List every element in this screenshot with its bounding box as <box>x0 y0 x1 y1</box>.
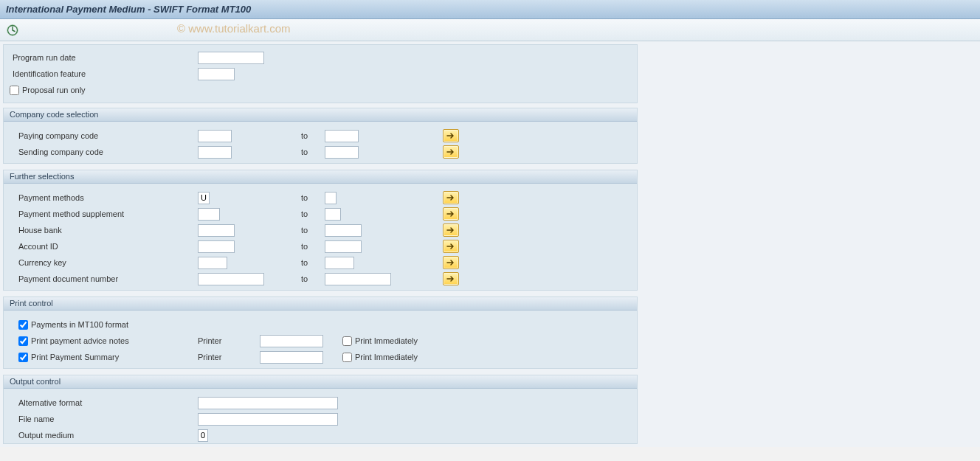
payments-mt100-checkbox[interactable] <box>18 320 28 330</box>
print-summary-checkbox[interactable] <box>18 353 28 362</box>
to-label: to <box>301 242 325 251</box>
advice-print-immediately-checkbox[interactable] <box>342 336 352 346</box>
payment-method-supplement-to[interactable] <box>325 208 341 221</box>
payment-method-supplement-from[interactable] <box>198 208 220 221</box>
multiselect-arrow-icon <box>446 259 455 266</box>
payment-method-supplement-multiselect[interactable] <box>443 207 459 221</box>
sending-company-code-label: Sending company code <box>10 148 198 156</box>
run-parameters: Program run date Identification feature … <box>3 44 638 103</box>
payment-doc-number-to[interactable] <box>325 273 391 285</box>
paying-company-code-to[interactable] <box>325 130 359 142</box>
printer-word-2: Printer <box>198 353 260 361</box>
to-label: to <box>301 226 325 235</box>
proposal-run-only-label: Proposal run only <box>22 86 86 94</box>
multiselect-arrow-icon <box>446 132 455 139</box>
watermark-text: © www.tutorialkart.com <box>177 22 291 35</box>
file-name-input[interactable] <box>198 413 338 426</box>
to-label: to <box>301 209 325 218</box>
payment-method-supplement-label: Payment method supplement <box>10 209 198 218</box>
to-label: to <box>301 193 325 202</box>
file-name-label: File name <box>10 415 198 423</box>
output-medium-label: Output medium <box>10 431 198 440</box>
page-title: International Payment Medium - SWIFT For… <box>6 4 251 15</box>
advice-print-immediately-label: Print Immediately <box>355 336 418 345</box>
paying-company-code-from[interactable] <box>198 130 232 142</box>
account-id-to[interactable] <box>325 240 362 253</box>
paying-company-code-multiselect[interactable] <box>443 129 459 142</box>
to-label: to <box>301 148 325 156</box>
multiselect-arrow-icon <box>446 210 455 218</box>
further-selections-header: Further selections <box>4 170 637 184</box>
account-id-multiselect[interactable] <box>443 240 459 253</box>
account-id-from[interactable] <box>198 240 235 253</box>
payment-doc-number-multiselect[interactable] <box>443 272 459 285</box>
summary-print-immediately-label: Print Immediately <box>355 353 418 361</box>
sending-company-code-to[interactable] <box>325 146 359 159</box>
payments-mt100-label: Payments in MT100 format <box>31 320 128 329</box>
to-label: to <box>301 274 325 283</box>
output-control-group: Output control Alternative format File n… <box>3 375 638 444</box>
identification-feature-label: Identification feature <box>10 69 198 78</box>
output-medium-input[interactable] <box>198 429 208 442</box>
paying-company-code-label: Paying company code <box>10 131 198 140</box>
print-advice-label: Print payment advice notes <box>31 336 129 345</box>
print-advice-checkbox[interactable] <box>18 336 28 346</box>
execute-clock-icon <box>7 24 18 36</box>
print-control-group: Print control Payments in MT100 format P… <box>3 297 638 369</box>
multiselect-arrow-icon <box>446 226 455 234</box>
to-label: to <box>301 131 325 140</box>
to-label: to <box>301 258 325 267</box>
multiselect-arrow-icon <box>446 275 455 283</box>
payment-methods-label: Payment methods <box>10 193 198 202</box>
summary-printer-input[interactable] <box>260 351 323 364</box>
house-bank-to[interactable] <box>325 224 362 237</box>
company-code-selection-group: Company code selection Paying company co… <box>3 108 638 164</box>
output-control-header: Output control <box>4 375 637 389</box>
program-run-date-label: Program run date <box>10 53 198 62</box>
alternative-format-input[interactable] <box>198 397 338 409</box>
selection-screen: Program run date Identification feature … <box>0 41 980 447</box>
program-run-date-input[interactable] <box>198 52 264 64</box>
house-bank-from[interactable] <box>198 224 235 237</box>
identification-feature-input[interactable] <box>198 68 235 80</box>
sending-company-code-multiselect[interactable] <box>443 145 459 159</box>
sending-company-code-from[interactable] <box>198 146 232 159</box>
payment-methods-from[interactable] <box>198 192 210 204</box>
currency-key-label: Currency key <box>10 258 198 267</box>
company-code-selection-header: Company code selection <box>4 108 637 122</box>
application-toolbar: © www.tutorialkart.com <box>0 19 980 41</box>
advice-printer-input[interactable] <box>260 335 323 347</box>
print-control-header: Print control <box>4 297 637 311</box>
currency-key-from[interactable] <box>198 257 227 269</box>
house-bank-multiselect[interactable] <box>443 223 459 237</box>
currency-key-to[interactable] <box>325 257 354 269</box>
title-bar: International Payment Medium - SWIFT For… <box>0 0 980 19</box>
payment-doc-number-label: Payment document number <box>10 274 198 283</box>
currency-key-multiselect[interactable] <box>443 256 459 269</box>
further-selections-group: Further selections Payment methods to Pa… <box>3 170 638 291</box>
account-id-label: Account ID <box>10 242 198 251</box>
house-bank-label: House bank <box>10 226 198 235</box>
payment-doc-number-from[interactable] <box>198 273 264 285</box>
multiselect-arrow-icon <box>446 194 455 201</box>
multiselect-arrow-icon <box>446 243 455 250</box>
print-summary-label: Print Payment Summary <box>31 353 119 361</box>
multiselect-arrow-icon <box>446 148 455 156</box>
proposal-run-only-checkbox[interactable] <box>10 86 19 95</box>
printer-word-1: Printer <box>198 336 260 345</box>
alternative-format-label: Alternative format <box>10 398 198 407</box>
payment-methods-multiselect[interactable] <box>443 191 459 204</box>
payment-methods-to[interactable] <box>325 192 337 204</box>
execute-button[interactable] <box>6 24 19 37</box>
summary-print-immediately-checkbox[interactable] <box>342 353 352 362</box>
